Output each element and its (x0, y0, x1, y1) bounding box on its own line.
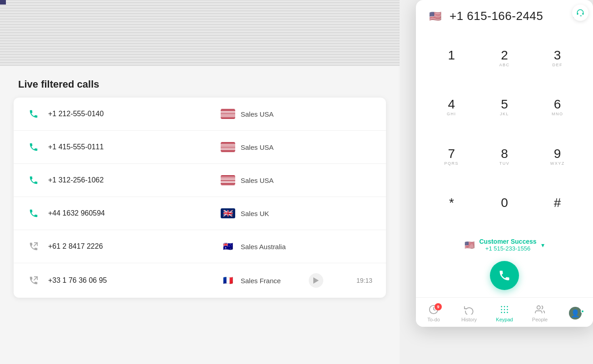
nav-avatar[interactable]: 👤 (558, 304, 593, 322)
key-3[interactable]: 3 DEF (531, 34, 584, 83)
todo-badge: 9 (435, 303, 442, 310)
caller-id-flag: 🇺🇸 (465, 240, 474, 250)
flag-fr (221, 275, 235, 285)
label-text: Sales France (241, 277, 281, 285)
key-7[interactable]: 7 PQRS (425, 133, 478, 182)
svg-point-13 (507, 309, 508, 310)
flag-label: Sales UK (221, 208, 269, 218)
dialer-flag: 🇺🇸 (427, 10, 443, 22)
key-2[interactable]: 2 ABC (478, 34, 531, 83)
key-9[interactable]: 9 WXYZ (531, 133, 584, 182)
label-text: Sales USA (241, 143, 274, 151)
key-star[interactable]: * (425, 182, 478, 231)
outgoing-call-icon (27, 240, 40, 253)
call-number: +61 2 8417 2226 (48, 242, 148, 251)
chevron-down-icon: ▾ (541, 241, 544, 249)
call-number: +33 1 76 36 06 95 (48, 276, 148, 285)
table-row: +1 312-256-1062 Sales USA (14, 164, 386, 197)
flag-us (221, 142, 235, 152)
todo-label: To-do (427, 317, 440, 322)
key-0[interactable]: 0 (478, 182, 531, 231)
keypad-label: Keypad (496, 317, 513, 322)
svg-point-17 (537, 306, 540, 309)
svg-line-1 (34, 277, 37, 280)
outgoing-call-icon (27, 274, 40, 287)
dialer-number: +1 615-166-2445 (450, 9, 543, 23)
page-title: Live filtered calls (0, 66, 400, 98)
history-icon (464, 304, 474, 315)
svg-point-11 (501, 309, 502, 310)
flag-label: Sales USA (221, 175, 274, 185)
flag-label: Sales USA (221, 109, 274, 119)
incoming-call-icon (27, 141, 40, 153)
label-text: Sales UK (241, 210, 269, 217)
incoming-call-icon (27, 207, 40, 220)
call-duration: 19:13 (356, 277, 372, 284)
svg-point-8 (501, 306, 502, 307)
keypad-icon (499, 304, 510, 315)
table-row: +1 415-555-0111 Sales USA (14, 131, 386, 164)
key-6[interactable]: 6 MNO (531, 83, 584, 132)
bottom-nav: 9 To-do History (416, 297, 593, 327)
call-button[interactable] (490, 261, 519, 290)
svg-line-0 (34, 243, 37, 246)
key-1[interactable]: 1 (425, 34, 478, 83)
striped-background (0, 0, 400, 66)
flag-au (221, 241, 235, 251)
flag-us (221, 109, 235, 119)
key-4[interactable]: 4 GHI (425, 83, 478, 132)
svg-point-15 (504, 312, 505, 313)
caller-id-name: Customer Success (479, 238, 536, 245)
dialer-panel: 🇺🇸 +1 615-166-2445 ✕ 1 2 ABC 3 DEF 4 GHI… (416, 0, 593, 327)
incoming-call-icon (27, 108, 40, 120)
flag-label: Sales Australia (221, 241, 286, 251)
calls-card: +1 212-555-0140 Sales USA +1 415-555-011… (14, 98, 386, 298)
svg-rect-4 (583, 13, 584, 15)
svg-point-16 (507, 312, 508, 313)
call-number: +1 212-555-0140 (48, 110, 148, 118)
call-number: +44 1632 960594 (48, 209, 148, 217)
call-number: +1 415-555-0111 (48, 143, 148, 151)
flag-uk (221, 208, 235, 218)
call-button-row (416, 256, 593, 297)
headset-badge (572, 5, 588, 21)
sidebar-item-todo[interactable]: 9 To-do (416, 301, 451, 325)
svg-point-9 (504, 306, 505, 307)
table-row: +33 1 76 36 06 95 Sales France 19:13 (14, 263, 386, 298)
table-row: +1 212-555-0140 Sales USA (14, 98, 386, 131)
svg-marker-2 (313, 277, 319, 284)
table-row: +61 2 8417 2226 Sales Australia (14, 230, 386, 263)
key-5[interactable]: 5 JKL (478, 83, 531, 132)
svg-point-14 (501, 312, 502, 313)
flag-us (221, 175, 235, 185)
caller-id-row[interactable]: 🇺🇸 Customer Success +1 515-233-1556 ▾ (416, 234, 593, 256)
sidebar-item-keypad[interactable]: Keypad (487, 301, 522, 325)
play-button[interactable] (309, 273, 323, 288)
avatar: 👤 (569, 307, 582, 320)
svg-rect-3 (577, 13, 578, 15)
caller-id-number: +1 515-233-1556 (485, 245, 530, 252)
key-hash[interactable]: # (531, 182, 584, 231)
people-icon (534, 304, 545, 315)
flag-label: Sales France (221, 275, 281, 285)
incoming-call-icon (27, 174, 40, 187)
label-text: Sales USA (241, 177, 274, 184)
people-label: People (532, 317, 548, 322)
dialer-header: 🇺🇸 +1 615-166-2445 ✕ (416, 0, 593, 30)
key-8[interactable]: 8 TUV (478, 133, 531, 182)
sidebar-item-history[interactable]: History (451, 301, 487, 325)
sidebar-item-people[interactable]: People (522, 301, 558, 325)
svg-point-10 (507, 306, 508, 307)
table-row: +44 1632 960594 Sales UK (14, 197, 386, 230)
main-area: Live filtered calls +1 212-555-0140 Sale… (0, 0, 400, 364)
online-status-dot (581, 310, 584, 313)
svg-point-12 (504, 309, 505, 310)
caller-id-info: Customer Success +1 515-233-1556 (479, 238, 536, 252)
call-number: +1 312-256-1062 (48, 176, 148, 184)
label-text: Sales USA (241, 110, 274, 118)
label-text: Sales Australia (241, 243, 286, 251)
history-label: History (461, 317, 477, 322)
flag-label: Sales USA (221, 142, 274, 152)
keypad-grid: 1 2 ABC 3 DEF 4 GHI 5 JKL 6 MNO 7 PQRS 8 (416, 30, 593, 234)
